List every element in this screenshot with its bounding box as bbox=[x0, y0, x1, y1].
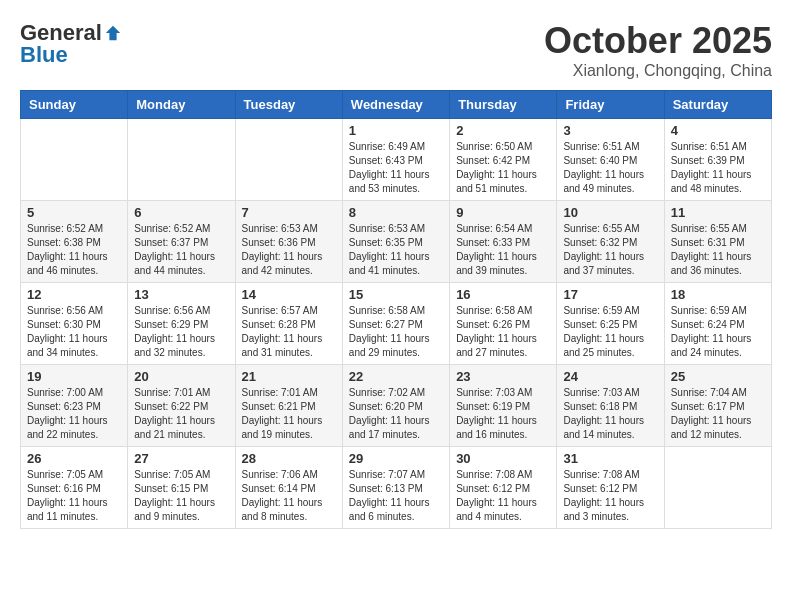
day-number: 12 bbox=[27, 287, 121, 302]
day-info: Sunrise: 7:00 AM Sunset: 6:23 PM Dayligh… bbox=[27, 386, 121, 442]
calendar-week-row: 12Sunrise: 6:56 AM Sunset: 6:30 PM Dayli… bbox=[21, 283, 772, 365]
title-section: October 2025 Xianlong, Chongqing, China bbox=[544, 20, 772, 80]
calendar-day-cell: 9Sunrise: 6:54 AM Sunset: 6:33 PM Daylig… bbox=[450, 201, 557, 283]
calendar-table: SundayMondayTuesdayWednesdayThursdayFrid… bbox=[20, 90, 772, 529]
page-header: General Blue October 2025 Xianlong, Chon… bbox=[20, 20, 772, 80]
day-number: 18 bbox=[671, 287, 765, 302]
month-title: October 2025 bbox=[544, 20, 772, 62]
day-info: Sunrise: 7:07 AM Sunset: 6:13 PM Dayligh… bbox=[349, 468, 443, 524]
calendar-day-cell: 7Sunrise: 6:53 AM Sunset: 6:36 PM Daylig… bbox=[235, 201, 342, 283]
calendar-day-cell bbox=[235, 119, 342, 201]
day-info: Sunrise: 7:05 AM Sunset: 6:15 PM Dayligh… bbox=[134, 468, 228, 524]
day-number: 23 bbox=[456, 369, 550, 384]
calendar-week-row: 19Sunrise: 7:00 AM Sunset: 6:23 PM Dayli… bbox=[21, 365, 772, 447]
weekday-header-cell: Wednesday bbox=[342, 91, 449, 119]
day-info: Sunrise: 7:02 AM Sunset: 6:20 PM Dayligh… bbox=[349, 386, 443, 442]
calendar-day-cell: 14Sunrise: 6:57 AM Sunset: 6:28 PM Dayli… bbox=[235, 283, 342, 365]
calendar-day-cell bbox=[664, 447, 771, 529]
day-info: Sunrise: 6:50 AM Sunset: 6:42 PM Dayligh… bbox=[456, 140, 550, 196]
day-number: 16 bbox=[456, 287, 550, 302]
calendar-day-cell: 11Sunrise: 6:55 AM Sunset: 6:31 PM Dayli… bbox=[664, 201, 771, 283]
calendar-day-cell: 20Sunrise: 7:01 AM Sunset: 6:22 PM Dayli… bbox=[128, 365, 235, 447]
day-number: 15 bbox=[349, 287, 443, 302]
calendar-day-cell: 18Sunrise: 6:59 AM Sunset: 6:24 PM Dayli… bbox=[664, 283, 771, 365]
day-number: 8 bbox=[349, 205, 443, 220]
calendar-day-cell: 22Sunrise: 7:02 AM Sunset: 6:20 PM Dayli… bbox=[342, 365, 449, 447]
day-number: 4 bbox=[671, 123, 765, 138]
day-info: Sunrise: 6:54 AM Sunset: 6:33 PM Dayligh… bbox=[456, 222, 550, 278]
day-info: Sunrise: 6:52 AM Sunset: 6:38 PM Dayligh… bbox=[27, 222, 121, 278]
day-info: Sunrise: 7:01 AM Sunset: 6:21 PM Dayligh… bbox=[242, 386, 336, 442]
weekday-header-row: SundayMondayTuesdayWednesdayThursdayFrid… bbox=[21, 91, 772, 119]
calendar-day-cell: 12Sunrise: 6:56 AM Sunset: 6:30 PM Dayli… bbox=[21, 283, 128, 365]
day-number: 29 bbox=[349, 451, 443, 466]
calendar-day-cell: 25Sunrise: 7:04 AM Sunset: 6:17 PM Dayli… bbox=[664, 365, 771, 447]
day-info: Sunrise: 6:55 AM Sunset: 6:31 PM Dayligh… bbox=[671, 222, 765, 278]
calendar-day-cell: 4Sunrise: 6:51 AM Sunset: 6:39 PM Daylig… bbox=[664, 119, 771, 201]
day-info: Sunrise: 6:59 AM Sunset: 6:24 PM Dayligh… bbox=[671, 304, 765, 360]
logo-icon bbox=[104, 24, 122, 42]
calendar-day-cell: 26Sunrise: 7:05 AM Sunset: 6:16 PM Dayli… bbox=[21, 447, 128, 529]
calendar-day-cell: 23Sunrise: 7:03 AM Sunset: 6:19 PM Dayli… bbox=[450, 365, 557, 447]
calendar-day-cell: 27Sunrise: 7:05 AM Sunset: 6:15 PM Dayli… bbox=[128, 447, 235, 529]
calendar-day-cell: 5Sunrise: 6:52 AM Sunset: 6:38 PM Daylig… bbox=[21, 201, 128, 283]
calendar-day-cell: 6Sunrise: 6:52 AM Sunset: 6:37 PM Daylig… bbox=[128, 201, 235, 283]
calendar-day-cell bbox=[21, 119, 128, 201]
day-number: 25 bbox=[671, 369, 765, 384]
calendar-day-cell: 29Sunrise: 7:07 AM Sunset: 6:13 PM Dayli… bbox=[342, 447, 449, 529]
calendar-day-cell: 31Sunrise: 7:08 AM Sunset: 6:12 PM Dayli… bbox=[557, 447, 664, 529]
day-info: Sunrise: 7:08 AM Sunset: 6:12 PM Dayligh… bbox=[563, 468, 657, 524]
day-number: 17 bbox=[563, 287, 657, 302]
svg-marker-0 bbox=[106, 26, 120, 40]
day-number: 6 bbox=[134, 205, 228, 220]
calendar-day-cell: 2Sunrise: 6:50 AM Sunset: 6:42 PM Daylig… bbox=[450, 119, 557, 201]
calendar-week-row: 1Sunrise: 6:49 AM Sunset: 6:43 PM Daylig… bbox=[21, 119, 772, 201]
calendar-day-cell: 30Sunrise: 7:08 AM Sunset: 6:12 PM Dayli… bbox=[450, 447, 557, 529]
day-number: 2 bbox=[456, 123, 550, 138]
weekday-header-cell: Saturday bbox=[664, 91, 771, 119]
calendar-week-row: 5Sunrise: 6:52 AM Sunset: 6:38 PM Daylig… bbox=[21, 201, 772, 283]
day-number: 1 bbox=[349, 123, 443, 138]
calendar-day-cell: 16Sunrise: 6:58 AM Sunset: 6:26 PM Dayli… bbox=[450, 283, 557, 365]
calendar-day-cell: 28Sunrise: 7:06 AM Sunset: 6:14 PM Dayli… bbox=[235, 447, 342, 529]
day-number: 31 bbox=[563, 451, 657, 466]
day-info: Sunrise: 6:52 AM Sunset: 6:37 PM Dayligh… bbox=[134, 222, 228, 278]
day-number: 24 bbox=[563, 369, 657, 384]
weekday-header-cell: Tuesday bbox=[235, 91, 342, 119]
day-info: Sunrise: 7:05 AM Sunset: 6:16 PM Dayligh… bbox=[27, 468, 121, 524]
calendar-day-cell: 24Sunrise: 7:03 AM Sunset: 6:18 PM Dayli… bbox=[557, 365, 664, 447]
day-info: Sunrise: 6:51 AM Sunset: 6:40 PM Dayligh… bbox=[563, 140, 657, 196]
weekday-header-cell: Thursday bbox=[450, 91, 557, 119]
day-number: 5 bbox=[27, 205, 121, 220]
day-info: Sunrise: 6:58 AM Sunset: 6:27 PM Dayligh… bbox=[349, 304, 443, 360]
calendar-day-cell: 17Sunrise: 6:59 AM Sunset: 6:25 PM Dayli… bbox=[557, 283, 664, 365]
day-info: Sunrise: 6:56 AM Sunset: 6:29 PM Dayligh… bbox=[134, 304, 228, 360]
day-number: 14 bbox=[242, 287, 336, 302]
day-info: Sunrise: 6:53 AM Sunset: 6:35 PM Dayligh… bbox=[349, 222, 443, 278]
day-info: Sunrise: 7:03 AM Sunset: 6:19 PM Dayligh… bbox=[456, 386, 550, 442]
weekday-header-cell: Sunday bbox=[21, 91, 128, 119]
day-info: Sunrise: 7:08 AM Sunset: 6:12 PM Dayligh… bbox=[456, 468, 550, 524]
weekday-header-cell: Friday bbox=[557, 91, 664, 119]
day-number: 19 bbox=[27, 369, 121, 384]
day-number: 22 bbox=[349, 369, 443, 384]
day-number: 10 bbox=[563, 205, 657, 220]
calendar-day-cell: 3Sunrise: 6:51 AM Sunset: 6:40 PM Daylig… bbox=[557, 119, 664, 201]
logo-blue-text: Blue bbox=[20, 42, 68, 68]
day-number: 27 bbox=[134, 451, 228, 466]
day-number: 13 bbox=[134, 287, 228, 302]
calendar-day-cell: 15Sunrise: 6:58 AM Sunset: 6:27 PM Dayli… bbox=[342, 283, 449, 365]
day-info: Sunrise: 6:59 AM Sunset: 6:25 PM Dayligh… bbox=[563, 304, 657, 360]
day-info: Sunrise: 6:53 AM Sunset: 6:36 PM Dayligh… bbox=[242, 222, 336, 278]
day-number: 11 bbox=[671, 205, 765, 220]
day-info: Sunrise: 6:57 AM Sunset: 6:28 PM Dayligh… bbox=[242, 304, 336, 360]
day-number: 21 bbox=[242, 369, 336, 384]
day-info: Sunrise: 7:04 AM Sunset: 6:17 PM Dayligh… bbox=[671, 386, 765, 442]
day-info: Sunrise: 7:03 AM Sunset: 6:18 PM Dayligh… bbox=[563, 386, 657, 442]
day-number: 3 bbox=[563, 123, 657, 138]
day-info: Sunrise: 7:06 AM Sunset: 6:14 PM Dayligh… bbox=[242, 468, 336, 524]
day-info: Sunrise: 7:01 AM Sunset: 6:22 PM Dayligh… bbox=[134, 386, 228, 442]
calendar-day-cell bbox=[128, 119, 235, 201]
weekday-header-cell: Monday bbox=[128, 91, 235, 119]
day-info: Sunrise: 6:56 AM Sunset: 6:30 PM Dayligh… bbox=[27, 304, 121, 360]
